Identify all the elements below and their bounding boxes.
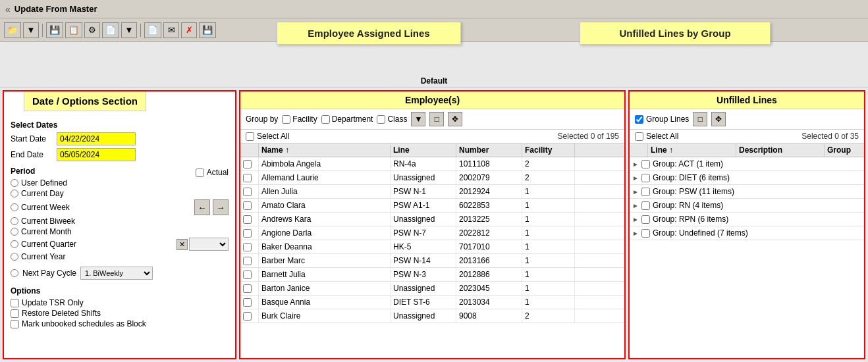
end-date-input[interactable] — [57, 148, 136, 161]
back-icon[interactable]: « — [5, 4, 11, 14]
group-expand-icon[interactable]: ► — [632, 161, 639, 168]
radio-current-quarter-input[interactable] — [11, 240, 18, 248]
row-checkbox[interactable] — [243, 229, 252, 238]
radio-current-year-input[interactable] — [11, 253, 18, 261]
group-expand-icon[interactable]: ► — [632, 216, 639, 223]
unfilled-expand-button[interactable]: □ — [693, 112, 707, 126]
email-button[interactable]: ✉ — [163, 22, 179, 38]
unfilled-select-all-label[interactable]: Select All — [635, 132, 678, 141]
save-button[interactable]: 💾 — [46, 22, 63, 38]
select-all-text: Select All — [257, 132, 289, 141]
arrange-button[interactable]: ✥ — [448, 112, 462, 126]
radio-user-defined-input[interactable] — [11, 179, 18, 187]
class-checkbox[interactable] — [377, 115, 385, 124]
group-checkbox[interactable] — [641, 215, 650, 224]
class-filter[interactable]: Class — [377, 115, 407, 124]
mark-unbooked-checkbox[interactable] — [11, 320, 19, 328]
quarter-clear-button[interactable]: ✕ — [176, 239, 188, 250]
quarter-select[interactable] — [189, 238, 229, 251]
radio-current-day[interactable]: Current Day — [11, 189, 229, 198]
group-label: Group: RN (4 items) — [653, 201, 723, 210]
group-lines-checkbox[interactable] — [635, 115, 643, 124]
unfilled-group-row[interactable]: ► Group: PSW (11 items) — [630, 185, 864, 199]
group-checkbox[interactable] — [641, 229, 650, 238]
group-checkbox[interactable] — [641, 174, 650, 182]
col-line[interactable]: Line — [391, 143, 456, 157]
group-expand-icon[interactable]: ► — [632, 188, 639, 195]
row-checkbox[interactable] — [243, 284, 252, 293]
facility-checkbox[interactable] — [282, 115, 290, 124]
prev-week-button[interactable]: ← — [194, 199, 210, 215]
pdf-button[interactable]: 📄 — [144, 22, 161, 38]
next-week-button[interactable]: → — [213, 199, 229, 215]
unfilled-arrange-button[interactable]: ✥ — [711, 112, 726, 126]
group-checkbox[interactable] — [641, 201, 650, 210]
row-number: 6022853 — [456, 199, 522, 212]
radio-current-month-input[interactable] — [11, 228, 18, 236]
restore-deleted-checkbox[interactable] — [11, 309, 19, 318]
unfilled-group-row[interactable]: ► Group: RPN (6 items) — [630, 213, 864, 226]
delete-button[interactable]: ✗ — [181, 22, 197, 38]
pay-cycle-select[interactable]: 1. BiWeekly 2. Weekly 3. Monthly — [80, 267, 153, 280]
col-number[interactable]: Number — [456, 143, 522, 157]
pay-cycle-radio[interactable] — [11, 269, 18, 277]
row-checkbox[interactable] — [243, 201, 252, 210]
row-checkbox[interactable] — [243, 174, 252, 182]
row-checkbox[interactable] — [243, 298, 252, 307]
mark-unbooked-row[interactable]: Mark unbooked schedules as Block — [11, 319, 229, 328]
group-checkbox[interactable] — [641, 188, 650, 196]
row-checkbox[interactable] — [243, 312, 252, 321]
group-expand-icon[interactable]: ► — [632, 174, 639, 182]
new-dropdown-button[interactable]: ▼ — [121, 22, 137, 38]
update-tsr-checkbox[interactable] — [11, 299, 19, 307]
unfilled-group-row[interactable]: ► Group: DIET (6 items) — [630, 171, 864, 185]
group-expand-icon[interactable]: ► — [632, 202, 639, 209]
unfilled-col-line[interactable]: Line ↑ — [648, 143, 736, 157]
facility-filter[interactable]: Facility — [282, 115, 317, 124]
department-filter[interactable]: Department — [321, 115, 373, 124]
filter-button[interactable]: ▼ — [411, 112, 425, 126]
radio-current-week-input[interactable] — [11, 203, 18, 211]
gear-button[interactable]: ⚙ — [84, 22, 100, 38]
select-all-checkbox[interactable] — [246, 132, 254, 141]
row-checkbox[interactable] — [243, 271, 252, 279]
group-lines-row[interactable]: Group Lines — [635, 115, 689, 124]
row-checkbox[interactable] — [243, 243, 252, 251]
folder-button[interactable]: 📁 — [4, 22, 21, 38]
actual-checkbox[interactable] — [196, 168, 204, 177]
expand-button[interactable]: □ — [429, 112, 444, 126]
unfilled-select-all-checkbox[interactable] — [635, 132, 643, 141]
radio-current-year[interactable]: Current Year — [11, 252, 229, 261]
radio-current-day-input[interactable] — [11, 190, 18, 197]
row-checkbox[interactable] — [243, 257, 252, 265]
row-checkbox[interactable] — [243, 160, 252, 168]
radio-current-week[interactable]: Current Week — [11, 203, 70, 212]
folder-dropdown-button[interactable]: ▼ — [23, 22, 39, 38]
department-checkbox[interactable] — [321, 115, 330, 124]
unfilled-group-row[interactable]: ► Group: ACT (1 item) — [630, 157, 864, 171]
radio-current-month[interactable]: Current Month — [11, 227, 229, 236]
radio-current-quarter[interactable]: Current Quarter — [11, 240, 76, 249]
new-file-button[interactable]: 📄 — [102, 22, 119, 38]
update-tsr-row[interactable]: Update TSR Only — [11, 298, 229, 307]
group-expand-icon[interactable]: ► — [632, 230, 639, 237]
select-all-label[interactable]: Select All — [246, 132, 289, 141]
radio-user-defined[interactable]: User Defined — [11, 178, 229, 188]
copy-button[interactable]: 📋 — [65, 22, 82, 38]
unfilled-group-row[interactable]: ► Group: RN (4 items) — [630, 199, 864, 213]
unfilled-col-group[interactable]: Group — [825, 143, 864, 157]
col-name[interactable]: Name ↑ — [259, 143, 391, 157]
unfilled-group-row[interactable]: ► Group: Undefined (7 items) — [630, 226, 864, 240]
radio-current-biweek-input[interactable] — [11, 217, 18, 225]
start-date-input[interactable] — [57, 132, 136, 145]
col-facility[interactable]: Facility — [522, 143, 575, 157]
radio-current-biweek[interactable]: Current Biweek — [11, 217, 229, 226]
toolbar-sep-2 — [140, 24, 141, 37]
group-checkbox[interactable] — [641, 160, 650, 168]
restore-deleted-row[interactable]: Restore Deleted Shifts — [11, 309, 229, 318]
row-checkbox[interactable] — [243, 215, 252, 224]
row-checkbox[interactable] — [243, 188, 252, 196]
unfilled-col-description[interactable]: Description — [736, 143, 825, 157]
save2-button[interactable]: 💾 — [199, 22, 216, 38]
row-checkbox-cell — [240, 226, 259, 240]
